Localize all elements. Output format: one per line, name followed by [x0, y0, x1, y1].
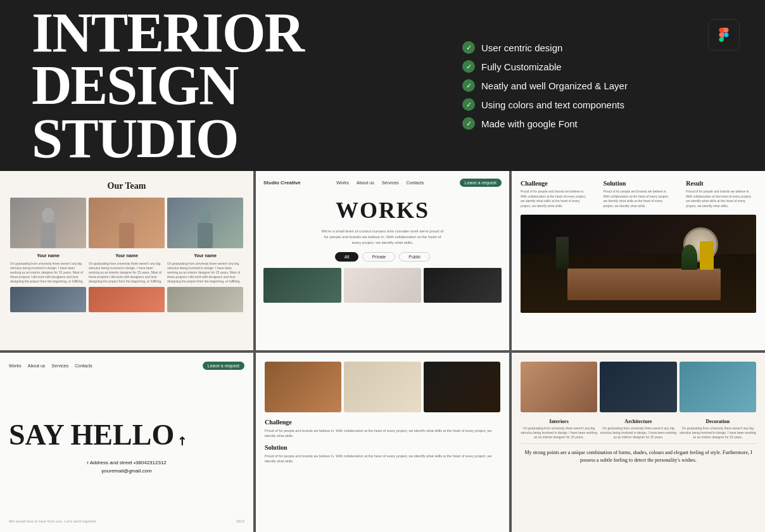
team-names: Your name Your name Your name [10, 253, 243, 258]
works-nav-link-3[interactable]: Services [382, 180, 399, 185]
room-dresser [567, 269, 721, 300]
hello-nav-links: Works About us Services Contacts [9, 364, 92, 368]
works-nav-button[interactable]: Leave a request [460, 179, 502, 187]
team-photos-row [10, 198, 243, 248]
team-name-3: Your name [167, 253, 243, 258]
team-photo-2 [89, 198, 165, 248]
challenge-text: Proud of for people and brands we believ… [265, 428, 500, 439]
check-icon-1: ✓ [462, 41, 475, 54]
csr-result-text: Proud of for people and brands we believ… [686, 189, 756, 208]
team-name-2: Your name [89, 253, 165, 258]
hello-nav-link-4[interactable]: Contacts [75, 364, 92, 368]
card-team: Our Team [0, 171, 253, 350]
card-hello: Works About us Services Contacts Leave a… [0, 353, 253, 532]
works-nav-links: Works About us Services Contacts [336, 180, 424, 185]
preview-grid: Our Team [0, 171, 765, 532]
feature-3: ✓ Neatly and well Organized & Layer [462, 79, 733, 92]
hero-title-block: INTERIOR DESIGN STUDIO [32, 6, 424, 165]
team-name-1: Your name [10, 253, 86, 258]
room-vase [556, 237, 569, 269]
hello-footer: We would love to hear from you. Let's wo… [9, 519, 244, 523]
check-icon-5: ✓ [462, 117, 475, 130]
svg-rect-3 [119, 223, 134, 248]
team-photo-3 [167, 198, 243, 248]
showcase-photos [521, 362, 756, 412]
room-scene [521, 215, 756, 313]
check-icon-4: ✓ [462, 98, 475, 111]
hero-section: INTERIOR DESIGN STUDIO ✓ User centric de… [0, 0, 765, 171]
csr-solution-title: Solution [604, 180, 674, 187]
card-csr: Challenge Proud of for people and brands… [512, 171, 765, 350]
csr-solution-text: Proud of for people and brands we believ… [604, 189, 674, 208]
feature-4: ✓ Using colors and text components [462, 98, 733, 111]
feature-1: ✓ User centric design [462, 41, 733, 54]
team-photo-1 [10, 198, 86, 248]
challenge-title: Challenge [265, 419, 500, 426]
check-icon-2: ✓ [462, 60, 475, 73]
svg-rect-5 [198, 223, 213, 248]
showcase-photo-3 [680, 362, 756, 412]
card-showcase: Interiors On graduating from university … [512, 353, 765, 532]
hello-nav-link-2[interactable]: About us [28, 364, 46, 368]
svg-point-2 [120, 208, 133, 223]
svg-rect-1 [41, 223, 56, 248]
hello-nav: Works About us Services Contacts Leave a… [9, 362, 244, 370]
check-icon-3: ✓ [462, 79, 475, 92]
showcase-main-quote: My strong points are a unique combinatio… [521, 443, 756, 469]
arrow-icon: ↗ [175, 433, 189, 448]
team-photos-row-2 [10, 287, 243, 312]
showcase-label-text-3: On graduating from university there were… [680, 426, 756, 440]
filter-private[interactable]: Private [362, 252, 395, 262]
team-photo-sm-3 [167, 287, 243, 312]
showcase-label-1: Interiors [521, 419, 597, 424]
showcase-col-3: Decoration On graduating from university… [680, 419, 756, 440]
team-title: Our Team [10, 181, 243, 191]
csr-main-image [521, 215, 756, 313]
person-2 [89, 198, 165, 248]
showcase-col-2: Architecture On graduating from universi… [600, 419, 676, 440]
say-hello-text: SAY HELLO↗ [9, 421, 244, 450]
hello-main: SAY HELLO↗ r Address and street •3804231… [9, 383, 244, 512]
interior-photo-1 [265, 362, 341, 412]
hello-year: 2023 [236, 519, 244, 523]
csr-solution: Solution Proud of for people and brands … [604, 180, 674, 208]
csr-challenge: Challenge Proud of for people and brands… [521, 180, 591, 208]
work-photo-2 [344, 268, 422, 303]
person-1 [10, 198, 86, 248]
showcase-label-text-1: On graduating from university there were… [521, 426, 597, 440]
figma-logo [708, 19, 740, 51]
works-nav-link-1[interactable]: Works [336, 180, 349, 185]
csr-header: Challenge Proud of for people and brands… [521, 180, 756, 208]
interior-photo-3 [424, 362, 500, 412]
feature-2: ✓ Fully Customizable [462, 60, 733, 73]
csr-challenge-title: Challenge [521, 180, 591, 187]
hello-address: r Address and street •38042312312 [9, 460, 244, 466]
works-nav-logo: Studio Creative [263, 180, 301, 186]
showcase-label-2: Architecture [600, 419, 676, 424]
filter-all[interactable]: All [335, 252, 359, 262]
room-coat [700, 241, 714, 270]
works-hero-title: WORKS [263, 197, 502, 224]
card-interior: Challenge Proud of for people and brands… [256, 353, 509, 532]
showcase-col-1: Interiors On graduating from university … [521, 419, 597, 440]
team-photo-sm-1 [10, 287, 86, 312]
person-3 [167, 198, 243, 248]
challenge-section: Challenge Proud of for people and brands… [265, 419, 500, 439]
hello-nav-button[interactable]: Leave a request [203, 362, 244, 370]
svg-point-0 [42, 208, 54, 223]
hero-features-list: ✓ User centric design ✓ Fully Customizab… [424, 41, 733, 130]
works-nav-link-4[interactable]: Contacts [407, 180, 424, 185]
interior-photos-top [265, 362, 500, 412]
works-subtitle: We're a small team of curious humans who… [319, 229, 446, 246]
hello-nav-link-1[interactable]: Works [9, 364, 22, 368]
works-filter: All Private Public [263, 252, 502, 262]
team-photo-sm-2 [89, 287, 165, 312]
hero-heading: INTERIOR DESIGN STUDIO [32, 6, 424, 165]
filter-public[interactable]: Public [399, 252, 430, 262]
csr-result: Result Proud of for people and brands we… [686, 180, 756, 208]
work-photo-3 [424, 268, 502, 303]
hello-nav-link-3[interactable]: Services [51, 364, 68, 368]
team-bio-1: On graduating from university there were… [10, 262, 243, 284]
works-nav-link-2[interactable]: About us [357, 180, 374, 185]
hello-email: youremail@gmail.com [9, 468, 244, 474]
